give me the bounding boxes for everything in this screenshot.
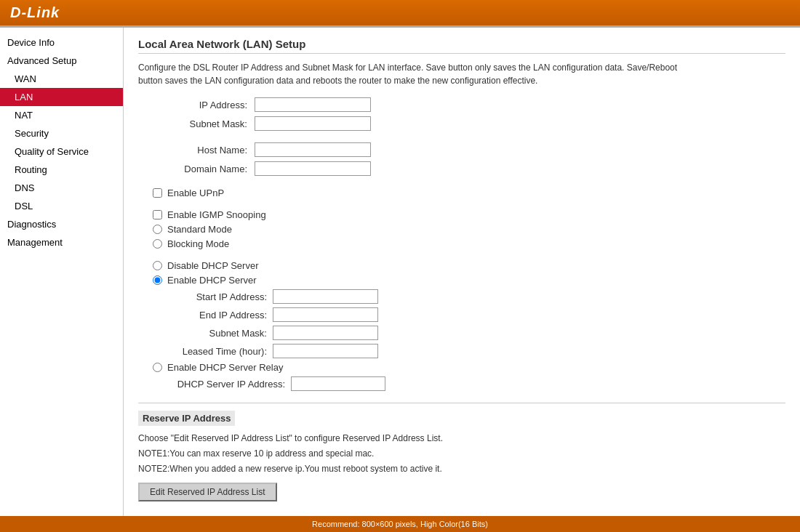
end-ip-input[interactable] bbox=[273, 307, 378, 322]
dhcp-server-ip-row: DHCP Server IP Address: bbox=[138, 376, 785, 391]
dhcp-subnet-row: Subnet Mask: bbox=[138, 326, 785, 340]
standard-mode-row: Standard Mode bbox=[138, 224, 785, 235]
enable-dhcp-radio[interactable] bbox=[153, 275, 162, 285]
edit-reserved-button[interactable]: Edit Reserved IP Address List bbox=[138, 483, 277, 501]
enable-relay-radio[interactable] bbox=[153, 363, 162, 372]
host-name-row: Host Name: bbox=[138, 142, 785, 157]
igmp-checkbox[interactable] bbox=[153, 210, 162, 219]
leased-time-input[interactable] bbox=[273, 344, 378, 358]
standard-mode-label: Standard Mode bbox=[167, 224, 232, 235]
start-ip-input[interactable] bbox=[273, 289, 378, 304]
enable-dhcp-row: Enable DHCP Server bbox=[138, 275, 785, 286]
sidebar-item-device-info[interactable]: Device Info bbox=[0, 33, 123, 52]
sidebar-item-nat[interactable]: NAT bbox=[0, 106, 123, 124]
subnet-mask-input[interactable] bbox=[255, 116, 371, 131]
main-content: Local Area Network (LAN) Setup Configure… bbox=[124, 28, 800, 516]
upnp-label: Enable UPnP bbox=[167, 188, 224, 198]
ip-address-label: IP Address: bbox=[138, 100, 255, 110]
enable-relay-label: Enable DHCP Server Relay bbox=[167, 362, 283, 373]
reserve-text3: NOTE2:When you added a new reserve ip.Yo… bbox=[138, 462, 785, 475]
ip-address-row: IP Address: bbox=[138, 97, 785, 112]
description: Configure the DSL Router IP Address and … bbox=[138, 61, 785, 87]
sidebar: Device Info Advanced Setup WAN LAN NAT S… bbox=[0, 28, 124, 516]
footer: Recommend: 800×600 pixels, High Color(16… bbox=[0, 516, 800, 532]
igmp-label: Enable IGMP Snooping bbox=[167, 209, 266, 220]
end-ip-row: End IP Address: bbox=[138, 307, 785, 322]
start-ip-label: Start IP Address: bbox=[167, 291, 273, 302]
sidebar-item-advanced-setup[interactable]: Advanced Setup bbox=[0, 52, 123, 70]
sidebar-item-dsl[interactable]: DSL bbox=[0, 197, 123, 215]
enable-dhcp-label: Enable DHCP Server bbox=[167, 275, 257, 286]
sidebar-item-routing[interactable]: Routing bbox=[0, 161, 123, 179]
domain-name-label: Domain Name: bbox=[138, 164, 255, 174]
disable-dhcp-row: Disable DHCP Server bbox=[138, 260, 785, 271]
sidebar-item-qos[interactable]: Quality of Service bbox=[0, 142, 123, 161]
host-name-label: Host Name: bbox=[138, 145, 255, 156]
standard-mode-radio[interactable] bbox=[153, 225, 162, 234]
sidebar-item-security[interactable]: Security bbox=[0, 124, 123, 142]
igmp-row: Enable IGMP Snooping bbox=[138, 209, 785, 220]
leased-time-label: Leased Time (hour): bbox=[167, 346, 273, 357]
sidebar-item-management[interactable]: Management bbox=[0, 233, 123, 251]
blocking-mode-row: Blocking Mode bbox=[138, 238, 785, 249]
dhcp-subnet-label: Subnet Mask: bbox=[167, 328, 273, 339]
sidebar-item-lan[interactable]: LAN bbox=[0, 88, 123, 106]
upnp-row: Enable UPnP bbox=[138, 188, 785, 198]
enable-relay-row: Enable DHCP Server Relay bbox=[138, 362, 785, 373]
end-ip-label: End IP Address: bbox=[167, 310, 273, 321]
reserve-text1: Choose "Edit Reserved IP Address List" t… bbox=[138, 432, 785, 445]
upnp-checkbox[interactable] bbox=[153, 188, 162, 198]
disable-dhcp-radio[interactable] bbox=[153, 261, 162, 270]
dlink-logo: D-Link bbox=[10, 4, 60, 21]
page-title: Local Area Network (LAN) Setup bbox=[138, 38, 785, 54]
domain-name-row: Domain Name: bbox=[138, 161, 785, 176]
sidebar-item-diagnostics[interactable]: Diagnostics bbox=[0, 215, 123, 233]
domain-name-input[interactable] bbox=[255, 161, 371, 176]
dhcp-subnet-input[interactable] bbox=[273, 326, 378, 340]
reserve-title: Reserve IP Address bbox=[138, 411, 235, 426]
leased-time-row: Leased Time (hour): bbox=[138, 344, 785, 358]
dhcp-server-ip-label: DHCP Server IP Address: bbox=[167, 379, 291, 390]
logo-text: D-Link bbox=[10, 4, 60, 20]
subnet-mask-row: Subnet Mask: bbox=[138, 116, 785, 131]
header: D-Link bbox=[0, 0, 800, 28]
dhcp-server-ip-input[interactable] bbox=[291, 376, 385, 391]
sidebar-item-wan[interactable]: WAN bbox=[0, 70, 123, 88]
host-name-input[interactable] bbox=[255, 142, 371, 157]
footer-text: Recommend: 800×600 pixels, High Color(16… bbox=[312, 520, 488, 528]
blocking-mode-label: Blocking Mode bbox=[167, 238, 229, 249]
reserve-section: Reserve IP Address Choose "Edit Reserved… bbox=[138, 403, 785, 501]
subnet-mask-label: Subnet Mask: bbox=[138, 118, 255, 129]
reserve-text2: NOTE1:You can max reserve 10 ip address … bbox=[138, 447, 785, 460]
disable-dhcp-label: Disable DHCP Server bbox=[167, 260, 258, 271]
ip-address-input[interactable] bbox=[255, 97, 371, 112]
sidebar-item-dns[interactable]: DNS bbox=[0, 179, 123, 197]
start-ip-row: Start IP Address: bbox=[138, 289, 785, 304]
blocking-mode-radio[interactable] bbox=[153, 239, 162, 249]
